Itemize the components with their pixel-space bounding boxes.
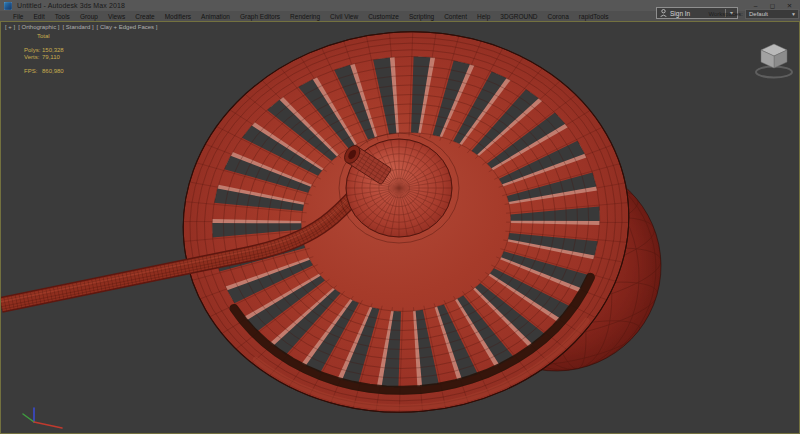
workspaces-dropdown[interactable]: Default ▼ <box>745 9 799 19</box>
menu-item-content[interactable]: Content <box>439 13 472 20</box>
menu-item-civil-view[interactable]: Civil View <box>325 13 363 20</box>
menu-item-tools[interactable]: Tools <box>50 13 75 20</box>
workspaces-value: Default <box>749 11 768 17</box>
viewport-canvas[interactable] <box>1 22 799 433</box>
viewport-label-bar: [ + ][ Orthographic ][ Standard ][ Clay … <box>5 24 160 30</box>
menu-item-create[interactable]: Create <box>130 13 160 20</box>
viewport: [ + ][ Orthographic ][ Standard ][ Clay … <box>0 21 800 434</box>
chevron-down-icon: ▼ <box>791 11 796 17</box>
menu-item-help[interactable]: Help <box>472 13 495 20</box>
menu-item-corona[interactable]: Corona <box>543 13 574 20</box>
menu-item-file[interactable]: File <box>8 13 28 20</box>
menu-item-3dground[interactable]: 3DGROUND <box>495 13 542 20</box>
window-title: Untitled - Autodesk 3ds Max 2018 <box>17 2 125 9</box>
viewport-label-3[interactable]: [ Clay + Edged Faces ] <box>97 24 158 30</box>
menu-item-rapidtools[interactable]: rapidTools <box>574 13 614 20</box>
menu-item-graph-editors[interactable]: Graph Editors <box>235 13 285 20</box>
menu-item-group[interactable]: Group <box>75 13 103 20</box>
app-icon <box>4 2 12 10</box>
viewport-label-1[interactable]: [ Orthographic ] <box>18 24 59 30</box>
workspaces-label: Workspaces: <box>708 11 743 17</box>
workspaces-control: Workspaces: Default ▼ <box>708 9 799 19</box>
menu-item-views[interactable]: Views <box>103 13 130 20</box>
menu-item-customize[interactable]: Customize <box>363 13 404 20</box>
user-icon <box>660 9 667 17</box>
menu-item-rendering[interactable]: Rendering <box>285 13 325 20</box>
stats-fps: FPS:860,980 <box>14 62 64 80</box>
menu-item-edit[interactable]: Edit <box>28 13 49 20</box>
viewport-label-0[interactable]: [ + ] <box>5 24 15 30</box>
menu-item-animation[interactable]: Animation <box>196 13 235 20</box>
stats-total-label: Total <box>37 33 50 39</box>
viewport-label-2[interactable]: [ Standard ] <box>63 24 94 30</box>
menu-item-modifiers[interactable]: Modifiers <box>160 13 196 20</box>
menu-item-scripting[interactable]: Scripting <box>404 13 439 20</box>
